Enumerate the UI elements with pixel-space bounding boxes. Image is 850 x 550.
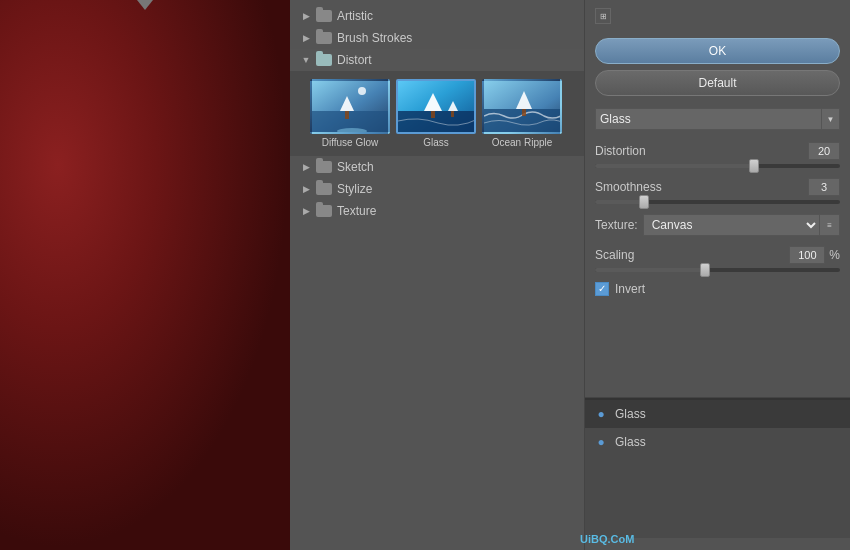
invert-label: Invert bbox=[615, 282, 645, 296]
layer-item-1[interactable]: ● Glass bbox=[585, 400, 850, 428]
texture-select[interactable]: Canvas Frosted Tiny Lens Blocks bbox=[643, 214, 820, 236]
folder-icon-brush-strokes bbox=[316, 32, 332, 44]
folder-icon-stylize bbox=[316, 183, 332, 195]
tree-arrow-texture bbox=[300, 205, 312, 217]
filter-panel: Artistic Brush Strokes Distort bbox=[290, 0, 585, 550]
folder-icon-distort bbox=[316, 54, 332, 66]
tree-label-stylize: Stylize bbox=[337, 182, 372, 196]
svg-point-4 bbox=[337, 128, 367, 134]
texture-menu-button[interactable]: ≡ bbox=[820, 214, 840, 236]
canvas-scroll-arrow[interactable] bbox=[137, 0, 153, 10]
scaling-fill bbox=[595, 268, 705, 272]
folder-icon-artistic bbox=[316, 10, 332, 22]
tree-item-distort[interactable]: Distort bbox=[290, 49, 584, 71]
texture-select-container: Canvas Frosted Tiny Lens Blocks ≡ bbox=[643, 214, 840, 236]
right-panel: ⊞ OK Default Glass Diffuse Glow Ocean Ri… bbox=[585, 0, 850, 550]
smoothness-value[interactable] bbox=[808, 178, 840, 196]
ok-button[interactable]: OK bbox=[595, 38, 840, 64]
smoothness-thumb[interactable] bbox=[639, 195, 649, 209]
layers-bottom-area bbox=[585, 456, 850, 526]
texture-label: Texture: bbox=[595, 218, 638, 232]
watermark-text: UiBQ.CoM bbox=[580, 533, 634, 545]
scaling-value[interactable] bbox=[789, 246, 825, 264]
tree-label-sketch: Sketch bbox=[337, 160, 374, 174]
thumb-diffuse-glow[interactable]: Diffuse Glow bbox=[310, 79, 390, 148]
filter-select[interactable]: Glass Diffuse Glow Ocean Ripple bbox=[595, 108, 822, 130]
layer-eye-1[interactable]: ● bbox=[593, 406, 609, 422]
layer-item-2[interactable]: ● Glass bbox=[585, 428, 850, 456]
scaling-track[interactable] bbox=[595, 268, 840, 272]
distortion-label-row: Distortion bbox=[595, 142, 840, 160]
controls-panel: ⊞ OK Default Glass Diffuse Glow Ocean Ri… bbox=[585, 0, 850, 398]
canvas-area bbox=[0, 0, 290, 550]
scaling-thumb[interactable] bbox=[700, 263, 710, 277]
watermark: UiBQ.CoM bbox=[580, 533, 845, 545]
svg-rect-9 bbox=[431, 111, 435, 118]
smoothness-label-row: Smoothness bbox=[595, 178, 840, 196]
thumbnail-grid: Diffuse Glow bbox=[290, 71, 584, 156]
tree-label-brush-strokes: Brush Strokes bbox=[337, 31, 412, 45]
smoothness-control: Smoothness bbox=[595, 178, 840, 204]
tree-arrow-distort bbox=[300, 54, 312, 66]
default-button[interactable]: Default bbox=[595, 70, 840, 96]
scaling-unit: % bbox=[829, 248, 840, 262]
distortion-track[interactable] bbox=[595, 164, 840, 168]
smoothness-fill bbox=[595, 200, 644, 204]
layers-panel: ● Glass ● Glass bbox=[585, 398, 850, 538]
filter-tree: Artistic Brush Strokes Distort bbox=[290, 0, 584, 550]
tree-item-brush-strokes[interactable]: Brush Strokes bbox=[290, 27, 584, 49]
tree-arrow-sketch bbox=[300, 161, 312, 173]
thumb-img-diffuse-glow bbox=[310, 79, 390, 134]
tree-item-stylize[interactable]: Stylize bbox=[290, 178, 584, 200]
layer-name-1: Glass bbox=[615, 407, 646, 421]
thumb-glass[interactable]: Glass bbox=[396, 79, 476, 148]
svg-rect-11 bbox=[451, 111, 454, 117]
scaling-control: Scaling % bbox=[595, 246, 840, 272]
invert-row: Invert bbox=[595, 282, 840, 296]
thumb-ocean-ripple[interactable]: Ocean Ripple bbox=[482, 79, 562, 148]
layer-name-2: Glass bbox=[615, 435, 646, 449]
tree-item-texture[interactable]: Texture bbox=[290, 200, 584, 222]
tree-arrow-stylize bbox=[300, 183, 312, 195]
filter-select-arrow: ▼ bbox=[822, 108, 840, 130]
filter-dropdown-container: Glass Diffuse Glow Ocean Ripple ▼ bbox=[595, 108, 840, 130]
svg-point-5 bbox=[358, 87, 366, 95]
thumb-img-ocean-ripple bbox=[482, 79, 562, 134]
svg-rect-15 bbox=[522, 109, 526, 116]
thumb-label-diffuse-glow: Diffuse Glow bbox=[322, 137, 379, 148]
canvas-texture bbox=[0, 0, 290, 550]
tree-label-distort: Distort bbox=[337, 53, 372, 67]
scaling-label: Scaling bbox=[595, 248, 785, 262]
tree-label-artistic: Artistic bbox=[337, 9, 373, 23]
tree-item-artistic[interactable]: Artistic bbox=[290, 5, 584, 27]
distortion-label: Distortion bbox=[595, 144, 646, 158]
action-buttons: OK Default bbox=[595, 38, 840, 96]
thumb-label-ocean-ripple: Ocean Ripple bbox=[492, 137, 553, 148]
invert-checkbox[interactable] bbox=[595, 282, 609, 296]
svg-rect-3 bbox=[345, 111, 349, 119]
distortion-control: Distortion bbox=[595, 142, 840, 168]
thumb-label-glass: Glass bbox=[423, 137, 449, 148]
tree-arrow-artistic bbox=[300, 10, 312, 22]
distortion-fill bbox=[595, 164, 754, 168]
smoothness-track[interactable] bbox=[595, 200, 840, 204]
scaling-label-row: Scaling % bbox=[595, 246, 840, 264]
filter-dropdown-row: Glass Diffuse Glow Ocean Ripple ▼ bbox=[595, 108, 840, 130]
texture-row: Texture: Canvas Frosted Tiny Lens Blocks… bbox=[595, 214, 840, 236]
thumb-img-glass bbox=[396, 79, 476, 134]
distortion-value[interactable] bbox=[808, 142, 840, 160]
tree-label-texture: Texture bbox=[337, 204, 376, 218]
tree-item-sketch[interactable]: Sketch bbox=[290, 156, 584, 178]
panel-expand-button[interactable]: ⊞ bbox=[595, 8, 611, 24]
tree-arrow-brush-strokes bbox=[300, 32, 312, 44]
distortion-thumb[interactable] bbox=[749, 159, 759, 173]
folder-icon-texture bbox=[316, 205, 332, 217]
layer-eye-2[interactable]: ● bbox=[593, 434, 609, 450]
smoothness-label: Smoothness bbox=[595, 180, 662, 194]
folder-icon-sketch bbox=[316, 161, 332, 173]
